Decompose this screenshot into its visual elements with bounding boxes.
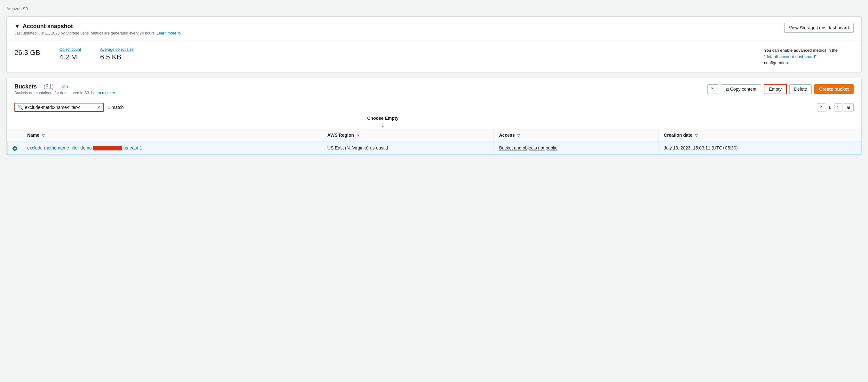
buckets-table: Name ▽ AWS Region ▼ Access ▽ Creation da… xyxy=(7,129,861,155)
copy-icon: ⧉ xyxy=(726,86,729,92)
tooltip-arrow: ↓ xyxy=(367,121,399,128)
object-count-label[interactable]: Object count xyxy=(60,47,81,52)
refresh-icon: ↻ xyxy=(711,86,715,92)
match-count: 1 match xyxy=(108,105,124,110)
buckets-title-area: Buckets (51) Info Buckets are containers… xyxy=(14,83,115,95)
bucket-creation-date-cell: July 13, 2023, 15:03:11 (UTC+05:30) xyxy=(658,141,861,155)
buckets-header: Buckets (51) Info Buckets are containers… xyxy=(7,78,861,100)
buckets-card: Buckets (51) Info Buckets are containers… xyxy=(6,78,862,156)
choose-empty-tooltip: Choose Empty ↓ xyxy=(367,116,399,128)
avg-object-size-label[interactable]: Average object size xyxy=(100,47,134,52)
page-title: Amazon S3 xyxy=(6,6,862,11)
buckets-heading: Buckets (51) Info xyxy=(14,83,115,90)
buckets-info-link[interactable]: Info xyxy=(60,84,68,89)
table-row[interactable]: exclude-metric-name-filter-demo--us-east… xyxy=(7,141,861,155)
external-link-icon: ⧉ xyxy=(178,31,181,35)
prev-page-button[interactable]: < xyxy=(817,103,825,111)
object-count-value: 4.2 M xyxy=(60,53,81,61)
search-input[interactable] xyxy=(25,105,95,110)
bucket-name-cell: exclude-metric-name-filter-demo--us-east… xyxy=(22,141,322,155)
col-header-creation-date: Creation date ▽ xyxy=(658,129,861,141)
avg-object-size-metric: Average object size 6.5 KB xyxy=(100,47,134,61)
object-count-metric: Object count 4.2 M xyxy=(60,47,81,61)
radio-inner xyxy=(14,148,16,149)
learn-more-link[interactable]: Learn more ⧉ xyxy=(157,31,181,35)
bucket-region-cell: US East (N. Virginia) us-east-1 xyxy=(322,141,494,155)
buckets-count: (51) xyxy=(43,83,54,90)
access-status: Bucket and objects not public xyxy=(499,145,557,150)
row-radio-cell[interactable] xyxy=(7,141,22,155)
col-header-select xyxy=(7,129,22,141)
delete-button[interactable]: Delete xyxy=(789,84,812,94)
account-snapshot-title-area: ▼ Account snapshot Last updated: Jul 11,… xyxy=(14,23,181,35)
table-body: exclude-metric-name-filter-demo--us-east… xyxy=(7,141,861,155)
copy-content-button[interactable]: ⧉ Copy content xyxy=(721,84,761,94)
name-sort-icon[interactable]: ▽ xyxy=(42,134,44,137)
search-clear-button[interactable]: ✕ xyxy=(97,105,101,110)
col-header-access: Access ▽ xyxy=(494,129,658,141)
radio-selected[interactable] xyxy=(12,146,17,151)
bucket-access-cell: Bucket and objects not public xyxy=(494,141,658,155)
region-sort-icon[interactable]: ▼ xyxy=(356,134,360,137)
buckets-subtitle: Buckets are containers for data stored i… xyxy=(14,91,115,95)
search-icon: 🔍 xyxy=(18,105,23,110)
redacted-text xyxy=(93,146,122,150)
col-header-region: AWS Region ▼ xyxy=(322,129,494,141)
pagination-area: < 1 > ⚙ xyxy=(817,103,854,111)
buckets-toolbar: ↻ ⧉ Copy content Empty Delete Create buc… xyxy=(708,84,854,94)
bucket-name-link[interactable]: exclude-metric-name-filter-demo--us-east… xyxy=(27,145,142,150)
buckets-learn-more-link[interactable]: Learn more ⧉ xyxy=(91,91,115,95)
creation-date-sort-icon[interactable]: ▽ xyxy=(695,134,698,137)
total-storage-value: 26.3 GB xyxy=(14,48,40,57)
default-account-dashboard-link[interactable]: "default-account-dashboard" xyxy=(764,54,816,59)
avg-object-size-value: 6.5 KB xyxy=(100,53,134,61)
table-settings-button[interactable]: ⚙ xyxy=(844,103,854,111)
metrics-row: 26.3 GB Object count 4.2 M Average objec… xyxy=(7,41,861,72)
tooltip-container: Choose Empty ↓ xyxy=(7,116,861,128)
table-header: Name ▽ AWS Region ▼ Access ▽ Creation da… xyxy=(7,129,861,141)
buckets-external-icon: ⧉ xyxy=(113,91,115,95)
search-filter-row: 🔍 ✕ 1 match < 1 > ⚙ xyxy=(7,100,861,116)
collapse-triangle[interactable]: ▼ xyxy=(14,23,20,30)
next-page-button[interactable]: > xyxy=(834,103,842,111)
col-header-name: Name ▽ xyxy=(22,129,322,141)
account-snapshot-card: ▼ Account snapshot Last updated: Jul 11,… xyxy=(6,16,862,73)
view-storage-lens-button[interactable]: View Storage Lens dashboard xyxy=(784,23,854,33)
create-bucket-button[interactable]: Create bucket xyxy=(814,84,854,94)
search-box: 🔍 ✕ xyxy=(14,103,104,112)
total-storage-metric: 26.3 GB xyxy=(14,47,40,57)
empty-button[interactable]: Empty xyxy=(764,84,787,94)
advanced-metrics-info: You can enable advanced metrics in the "… xyxy=(764,47,854,66)
account-snapshot-heading: ▼ Account snapshot xyxy=(14,23,181,30)
current-page: 1 xyxy=(827,105,833,110)
tooltip-label: Choose Empty xyxy=(367,116,399,121)
refresh-button[interactable]: ↻ xyxy=(708,84,718,94)
account-snapshot-subtitle: Last updated: Jul 11, 2023 by Storage Le… xyxy=(14,31,181,35)
access-sort-icon[interactable]: ▽ xyxy=(517,134,520,137)
account-snapshot-header: ▼ Account snapshot Last updated: Jul 11,… xyxy=(7,16,861,41)
